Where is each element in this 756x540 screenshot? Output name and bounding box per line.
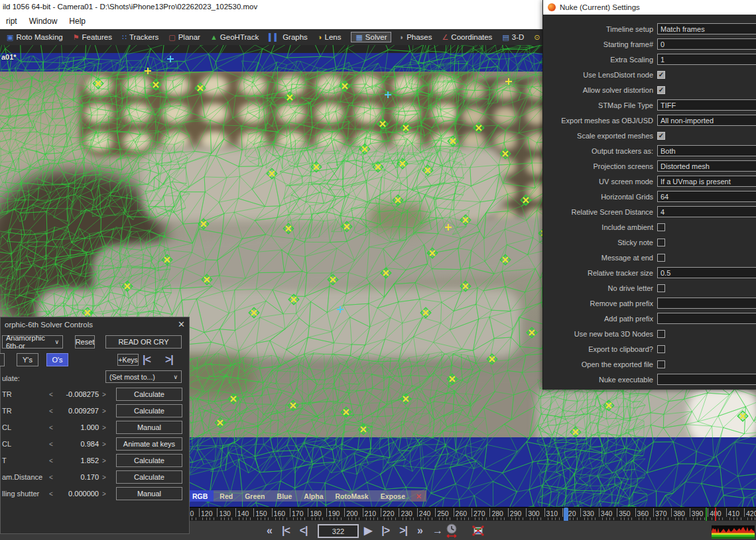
- input-nuke-executable[interactable]: [657, 374, 756, 385]
- playback-rate-clock-icon[interactable]: [446, 523, 458, 538]
- select-export-meshes-as-obj-usd[interactable]: [657, 115, 756, 126]
- toolbar-item-graphs[interactable]: ▍▍Graphs: [269, 33, 308, 41]
- jump-forward-button[interactable]: »: [417, 525, 422, 536]
- increment-arrow[interactable]: >: [99, 490, 109, 498]
- toolbar-item-roto-masking[interactable]: ▣Roto Masking: [7, 33, 63, 41]
- os-button[interactable]: O's: [46, 353, 68, 366]
- toolbar-item-geohtrack[interactable]: ▲GeoHTrack: [210, 33, 259, 41]
- go-start-button[interactable]: |<: [282, 525, 290, 536]
- toolbar-item-lens[interactable]: ◑Lens: [318, 33, 342, 41]
- input-horizontal-grids[interactable]: [657, 191, 756, 202]
- go-end-button[interactable]: >|: [399, 525, 407, 536]
- param-value[interactable]: -0.008275: [56, 390, 99, 398]
- select-projection-screens[interactable]: [657, 160, 756, 172]
- param-value[interactable]: 0.009297: [56, 407, 99, 415]
- input-extra-scaling[interactable]: [657, 54, 756, 65]
- input-remove-path-prefix[interactable]: [657, 297, 756, 309]
- channel-tab-red[interactable]: Red: [214, 490, 239, 502]
- checkbox-sticky-note[interactable]: [657, 239, 665, 246]
- goto-frame-button[interactable]: →: [432, 525, 442, 536]
- toolbar-item-coordinates[interactable]: ∠Coordinates: [442, 33, 492, 41]
- checkbox-include-ambient[interactable]: [657, 223, 665, 231]
- param-value[interactable]: 1.000: [56, 423, 99, 431]
- decrement-arrow[interactable]: <: [46, 457, 56, 464]
- timeline-playhead[interactable]: [564, 508, 568, 521]
- solver-preset-select[interactable]: Anamorphic 6th-or∨: [2, 335, 63, 349]
- increment-arrow[interactable]: >: [99, 391, 109, 398]
- channel-tab-expose[interactable]: Expose: [375, 490, 411, 502]
- keys-button[interactable]: +Keys: [117, 354, 139, 366]
- checkbox-no-drive-letter[interactable]: [657, 284, 665, 292]
- param-action-button[interactable]: Calculate: [116, 404, 182, 417]
- decrement-arrow[interactable]: <: [46, 490, 56, 498]
- toolbar-item-trackers[interactable]: ∷Trackers: [122, 33, 158, 41]
- read-or-cry-button[interactable]: READ OR CRY: [105, 335, 182, 349]
- input-relative-tracker-size[interactable]: [657, 267, 756, 278]
- param-action-button[interactable]: Calculate: [116, 454, 182, 467]
- toolbar-item-3-d[interactable]: ▤3-D: [502, 33, 524, 41]
- select-timeline-setup[interactable]: [657, 23, 756, 34]
- first-key-button[interactable]: |<: [143, 354, 151, 366]
- increment-arrow[interactable]: >: [99, 441, 109, 448]
- last-key-button[interactable]: >|: [165, 354, 173, 366]
- decrement-arrow[interactable]: <: [46, 391, 56, 398]
- increment-arrow[interactable]: >: [99, 424, 109, 431]
- play-button[interactable]: ▶: [364, 525, 371, 536]
- menu-script[interactable]: ript: [0, 17, 23, 26]
- channel-tab-green[interactable]: Green: [239, 490, 271, 502]
- increment-arrow[interactable]: >: [99, 474, 109, 481]
- select-uv-screen-mode[interactable]: [657, 176, 756, 187]
- decrement-arrow[interactable]: <: [46, 441, 56, 448]
- param-action-button[interactable]: Calculate: [116, 388, 182, 401]
- channel-tab-rotomask[interactable]: RotoMask: [329, 490, 374, 502]
- input-relative-screen-distance[interactable]: [657, 206, 756, 217]
- nuke-dialog-titlebar[interactable]: Nuke (Current) Settings: [543, 0, 756, 15]
- param-action-button[interactable]: Manual: [116, 421, 182, 434]
- param-value[interactable]: 0.170: [56, 473, 99, 481]
- checkbox-allow-solver-distortion[interactable]: ✓: [657, 86, 665, 94]
- current-frame-input[interactable]: [318, 524, 359, 538]
- menu-help[interactable]: Help: [63, 17, 92, 26]
- increment-arrow[interactable]: >: [99, 457, 109, 464]
- frame-tick-label: 120: [201, 510, 213, 517]
- decrement-arrow[interactable]: <: [46, 407, 56, 415]
- toolbar-item-solver[interactable]: ▦Solver: [351, 32, 391, 42]
- checkbox-use-lensdistort-node[interactable]: ✓: [657, 71, 665, 79]
- disable-image-icon[interactable]: [472, 525, 484, 536]
- decrement-arrow[interactable]: <: [46, 474, 56, 481]
- step-back-button[interactable]: <|: [300, 525, 308, 536]
- channel-tab-blue[interactable]: Blue: [271, 490, 298, 502]
- checkbox-message-at-end[interactable]: [657, 254, 665, 262]
- param-action-button[interactable]: Manual: [116, 487, 182, 500]
- toolbar-item-planar[interactable]: ▢Planar: [168, 33, 200, 41]
- decrement-arrow[interactable]: <: [46, 424, 56, 431]
- param-value[interactable]: 1.852: [56, 457, 99, 464]
- channel-tab-alpha[interactable]: Alpha: [298, 490, 329, 502]
- param-action-button[interactable]: Calculate: [116, 470, 182, 484]
- channel-tab-rgb[interactable]: RGB: [186, 490, 214, 502]
- channel-tabs-close-icon[interactable]: ✕: [411, 490, 426, 502]
- ys-button[interactable]: Y's: [17, 353, 38, 366]
- jump-back-button[interactable]: «: [267, 525, 272, 536]
- cut-button-stub[interactable]: [0, 353, 5, 366]
- input-starting-frame[interactable]: [657, 38, 756, 50]
- param-value[interactable]: 0.984: [56, 440, 99, 448]
- select-output-trackers-as[interactable]: [657, 145, 756, 156]
- checkbox-open-the-exported-file[interactable]: [657, 360, 665, 368]
- toolbar-item-features[interactable]: ⚑Features: [73, 33, 112, 41]
- step-forward-button[interactable]: |>: [381, 525, 389, 536]
- solver-panel-titlebar[interactable]: orphic-6th Solver Controls ✕: [1, 317, 189, 331]
- toolbar-item-phases[interactable]: ◗Phases: [399, 33, 432, 41]
- checkbox-export-to-clipboard[interactable]: [657, 345, 665, 353]
- close-icon[interactable]: ✕: [178, 319, 185, 329]
- param-value[interactable]: 0.000000: [56, 490, 99, 498]
- menu-window[interactable]: Window: [23, 17, 64, 26]
- input-add-path-prefix[interactable]: [657, 313, 756, 324]
- checkbox-scale-exported-meshes[interactable]: ✓: [657, 132, 665, 140]
- checkbox-use-new-beta-3d-nodes[interactable]: [657, 330, 665, 338]
- select-stmap-file-type[interactable]: [657, 99, 756, 111]
- increment-arrow[interactable]: >: [99, 407, 109, 415]
- param-action-button[interactable]: Animate at keys: [116, 437, 182, 451]
- reset-button[interactable]: Reset: [75, 335, 95, 349]
- set-most-select[interactable]: (Set most to...)∨: [105, 370, 182, 383]
